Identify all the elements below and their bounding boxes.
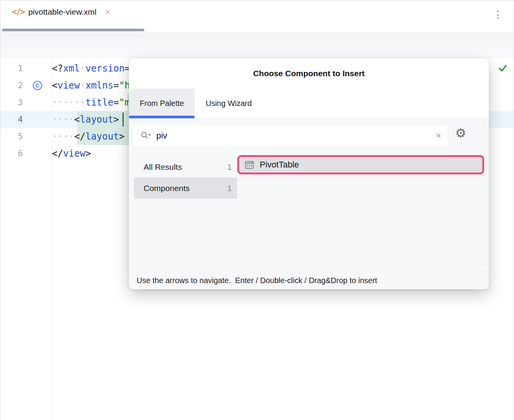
line-number: 1 bbox=[0, 64, 23, 73]
pivot-table-icon bbox=[244, 160, 255, 170]
gutter-icon-slot: C bbox=[23, 81, 52, 90]
dialog-footer-hint: Use the arrows to navigate. Enter / Doub… bbox=[129, 271, 489, 289]
gear-icon[interactable]: ⚙ bbox=[455, 127, 466, 139]
component-search-field[interactable]: × bbox=[134, 125, 447, 146]
result-categories: All Results1Components1 bbox=[134, 156, 237, 199]
search-with-dropdown-icon bbox=[140, 131, 152, 141]
code-text: ····<layout> bbox=[52, 114, 119, 125]
dialog-tab-using-wizard[interactable]: Using Wizard bbox=[195, 89, 262, 118]
line-number: 4 bbox=[0, 115, 23, 124]
clear-icon[interactable]: × bbox=[436, 131, 441, 140]
line-number: 5 bbox=[0, 132, 23, 141]
kebab-menu-icon[interactable]: ⋮ bbox=[493, 10, 503, 19]
category-components[interactable]: Components1 bbox=[134, 178, 237, 199]
line-number: 6 bbox=[0, 149, 23, 158]
dialog-title: Choose Component to Insert bbox=[129, 58, 489, 89]
active-tab-indicator bbox=[2, 29, 144, 31]
xml-file-icon: </> bbox=[12, 7, 24, 17]
dialog-tab-from-palette[interactable]: From Palette bbox=[129, 89, 195, 118]
text-caret bbox=[123, 113, 123, 126]
file-tab-label: pivottable-view.xml bbox=[28, 7, 96, 17]
editor-tab-bar: </> pivottable-view.xml × ⋮ bbox=[0, 0, 514, 32]
controller-c-icon[interactable]: C bbox=[33, 81, 42, 90]
close-icon[interactable]: × bbox=[105, 7, 110, 17]
dialog-tabs: From PaletteUsing Wizard bbox=[129, 89, 489, 118]
results-list: PivotTable bbox=[237, 155, 484, 174]
code-text: </view> bbox=[52, 148, 91, 159]
category-all-results[interactable]: All Results1 bbox=[134, 156, 237, 178]
dialog-body: × ⚙ All Results1Components1 PivotTable U… bbox=[129, 118, 489, 289]
editor-toolbar: C Controller Add Component... Sta bbox=[0, 32, 514, 58]
file-tab[interactable]: </> pivottable-view.xml × bbox=[12, 7, 110, 17]
category-count: 1 bbox=[227, 184, 232, 193]
result-label: PivotTable bbox=[260, 160, 299, 170]
checkmark-icon[interactable] bbox=[497, 63, 508, 75]
line-number: 2 bbox=[0, 81, 23, 90]
search-input[interactable] bbox=[156, 131, 431, 141]
choose-component-dialog: Choose Component to Insert From PaletteU… bbox=[129, 58, 489, 289]
result-item-pivottable[interactable]: PivotTable bbox=[237, 155, 484, 174]
code-text: ····</layout> bbox=[52, 131, 125, 142]
category-count: 1 bbox=[227, 162, 232, 172]
ide-window: </> pivottable-view.xml × ⋮ C Controller bbox=[0, 0, 514, 420]
line-number: 3 bbox=[0, 98, 23, 107]
